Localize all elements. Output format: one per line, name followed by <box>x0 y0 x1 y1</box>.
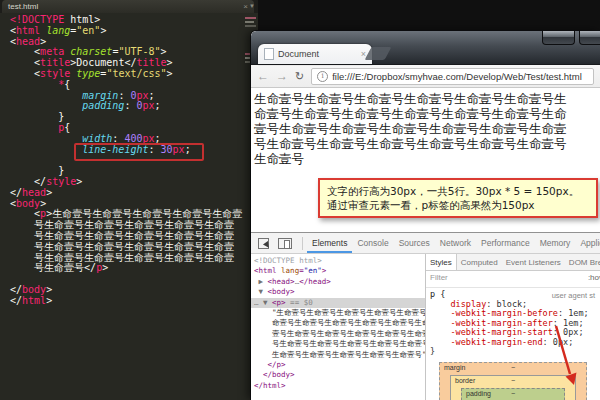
page-favicon-icon <box>264 48 274 60</box>
styles-tab-computed[interactable]: Computed <box>457 254 502 270</box>
code-line: </html> <box>10 296 242 307</box>
styles-tab-event-listeners[interactable]: Event Listeners <box>502 254 565 270</box>
info-icon[interactable]: i <box>317 71 328 82</box>
editor-tabbar: test.html × ▼ <box>0 0 258 13</box>
dom-node: </body> <box>251 370 425 380</box>
dom-node: 壹号生命壹号生命壹号生命壹号生命壹号生命壹 <box>251 329 425 339</box>
styles-filter-row: Filter :hov <box>426 271 600 288</box>
dom-node: … ▼ <p> == $0 <box>251 298 425 308</box>
dom-node: ▼ <body> <box>251 287 425 297</box>
styles-subtabs: StylesComputedEvent ListenersDOM Breakpo… <box>426 254 600 271</box>
padding-top-value[interactable]: − <box>511 390 515 397</box>
device-toolbar-icon[interactable] <box>278 238 292 249</box>
devtools-tab-network[interactable]: Network <box>435 233 476 253</box>
devtools-tab-performance[interactable]: Performance <box>476 233 535 253</box>
back-button[interactable]: ← <box>257 70 269 82</box>
styles-tab-dom-breakpoints[interactable]: DOM Breakpoints <box>565 254 600 270</box>
red-arrow <box>540 312 600 397</box>
minimap-mark <box>245 25 256 27</box>
padding-label: padding <box>466 390 491 397</box>
maximize-button[interactable] <box>579 31 600 45</box>
address-bar[interactable]: i file:///E:/Dropbox/smyhvae.com/Develop… <box>311 68 594 85</box>
devtools-tabs: ElementsConsoleSourcesNetworkPerformance… <box>307 233 600 253</box>
divider <box>302 237 303 250</box>
window-controls <box>542 31 600 45</box>
url-text: file:///E:/Dropbox/smyhvae.com/Develop/W… <box>332 71 582 82</box>
annotation-note: 文字的行高为30px，一共5行。30px * 5 = 150px。 通过审查元素… <box>318 178 598 218</box>
dom-node: 命壹号生命壹号生命壹号生命壹号生命壹号生命 <box>251 318 425 328</box>
editor-tab-testhtml[interactable]: test.html × <box>2 0 254 13</box>
screenshot: test.html × ▼ <!DOCTYPE html><html lang=… <box>0 0 600 400</box>
reload-button[interactable]: ↻ <box>295 71 304 82</box>
margin-top-value[interactable]: − <box>511 364 515 371</box>
hov-toggle[interactable]: :hov <box>588 273 600 282</box>
annotation-line1: 文字的行高为30px，一共5行。30px * 5 = 150px。 <box>327 184 589 198</box>
dom-node: <!DOCTYPE html> <box>251 256 425 266</box>
line-height-highlight-box <box>74 143 204 161</box>
dom-node: 号生命壹号生命壹号生命壹号生命壹号生命壹号 <box>251 339 425 349</box>
code-line: 号生命壹号</p> <box>10 263 242 274</box>
dom-node: </html> <box>251 381 425 391</box>
border-top-value[interactable]: − <box>511 377 515 384</box>
dom-node: 生命壹号生命壹号生命壹号生命壹号生命壹号" <box>251 350 425 360</box>
border-label: border <box>455 377 475 384</box>
browser-tab-document[interactable]: Document × <box>258 44 372 64</box>
devtools-tab-console[interactable]: Console <box>352 233 393 253</box>
dom-node: ▶ <head>…</head> <box>251 277 425 287</box>
inspect-element-icon[interactable] <box>258 238 269 249</box>
browser-toolbar: ← → ↻ i file:///E:/Dropbox/smyhvae.com/D… <box>251 65 600 88</box>
minimap-mark <box>245 21 254 23</box>
editor-tab-title: test.html <box>8 2 243 11</box>
devtools-tab-sources[interactable]: Sources <box>394 233 435 253</box>
chevron-down-icon[interactable]: ▼ <box>249 3 255 9</box>
margin-label: margin <box>444 364 465 371</box>
minimap-mark <box>245 17 256 19</box>
forward-button[interactable]: → <box>276 70 288 82</box>
elements-tree[interactable]: <!DOCTYPE html><html lang="en"> ▶ <head>… <box>251 254 426 400</box>
dom-node: "生命壹号生命壹号生命壹号生命壹号生命壹号生 <box>251 308 425 318</box>
window-titlebar[interactable]: Document × <box>251 31 600 65</box>
devtools-tab-elements[interactable]: Elements <box>307 233 352 253</box>
annotation-line2: 通过审查元素一看，p标签的高果然为150px <box>327 198 589 212</box>
devtools-toolbar: ElementsConsoleSourcesNetworkPerformance… <box>251 233 600 254</box>
browser-tab-title: Document <box>278 49 357 59</box>
devtools-tab-memory[interactable]: Memory <box>535 233 576 253</box>
dom-node: <html lang="en"> <box>251 266 425 276</box>
devtools-tab-application[interactable]: Application <box>575 233 600 253</box>
filter-input[interactable]: Filter <box>430 273 448 282</box>
minimize-button[interactable] <box>542 31 575 45</box>
sublime-editor-window: test.html × ▼ <!DOCTYPE html><html lang=… <box>0 0 258 400</box>
close-icon[interactable]: × <box>243 2 248 11</box>
dom-node: </p> <box>251 360 425 370</box>
styles-tab-styles[interactable]: Styles <box>426 254 457 270</box>
paragraph-text: 生命壹号生命壹号生命壹号生命壹号生命壹号生命壹号生 命壹号生命壹号生命壹号生命壹… <box>254 91 598 166</box>
